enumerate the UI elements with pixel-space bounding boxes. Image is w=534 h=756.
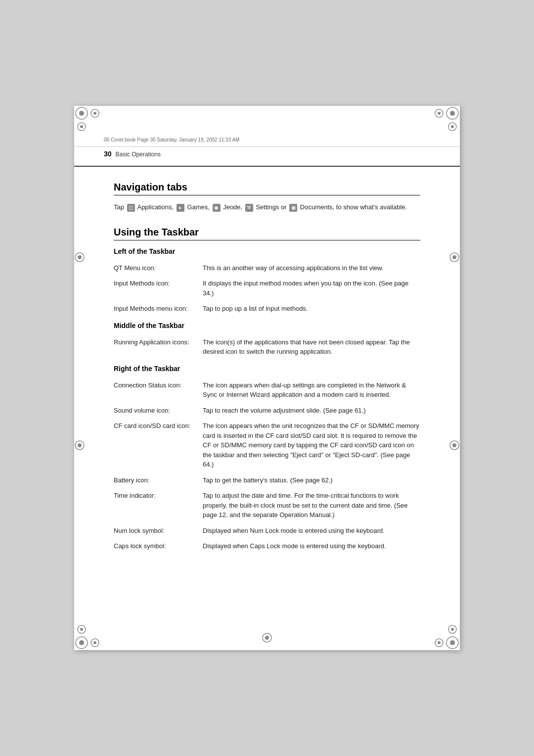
label-running-apps: Running Application icons:	[114, 334, 203, 360]
header-bar: 00 Cover.book Page 30 Saturday, January …	[74, 133, 460, 147]
side-marker-left-mid	[74, 440, 85, 453]
desc-time-indicator: Tap to adjust the date and time. For the…	[203, 488, 420, 523]
table-row: Sound volume icon: Tap to reach the volu…	[114, 403, 420, 419]
table-row: Battery icon: Tap to get the battery's s…	[114, 472, 420, 488]
svg-point-5	[80, 125, 83, 128]
svg-point-1	[79, 111, 84, 116]
label-num-lock: Num lock symbol:	[114, 523, 203, 539]
middle-taskbar-heading: Middle of the Taskbar	[114, 322, 420, 330]
label-sound-volume: Sound volume icon:	[114, 403, 203, 419]
label-input-methods: Input Methods icon:	[114, 276, 203, 301]
svg-point-31	[452, 443, 456, 447]
page-number: 30	[104, 150, 112, 158]
desc-input-methods-menu: Tap to pop up a list of input methods.	[203, 301, 420, 317]
label-caps-lock: Caps lock symbol:	[114, 538, 203, 554]
svg-point-13	[79, 640, 84, 645]
label-battery: Battery icon:	[114, 472, 203, 488]
settings-icon: ⚒	[245, 204, 253, 212]
table-row: Connection Status icon: The icon appears…	[114, 378, 420, 403]
jeode-icon: ◉	[213, 204, 221, 212]
label-input-methods-menu: Input Methods menu icon:	[114, 301, 203, 317]
desc-qt-menu: This is an another way of accessing appl…	[203, 260, 420, 276]
svg-point-7	[450, 111, 455, 116]
documents-icon: ▣	[289, 204, 297, 212]
svg-point-19	[450, 640, 455, 645]
desc-input-methods: It displays the input method modes when …	[203, 276, 420, 301]
desc-num-lock: Displayed when Num Lock mode is entered …	[203, 523, 420, 539]
navigation-tabs-title: Navigation tabs	[114, 182, 420, 195]
using-taskbar-section: Using the Taskbar Left of the Taskbar QT…	[114, 227, 420, 554]
page-section: Basic Operations	[116, 151, 161, 158]
label-time-indicator: Time indicator:	[114, 488, 203, 523]
left-taskbar-section: Left of the Taskbar QT Menu icon: This i…	[114, 247, 420, 317]
table-row: Num lock symbol: Displayed when Num Lock…	[114, 523, 420, 539]
corner-decoration-bl	[74, 620, 104, 650]
side-marker-right-mid	[449, 440, 460, 453]
table-row: Caps lock symbol: Displayed when Caps Lo…	[114, 538, 420, 554]
page: 00 Cover.book Page 30 Saturday, January …	[74, 106, 460, 650]
corner-decoration-tl	[74, 106, 104, 136]
desc-caps-lock: Displayed when Caps Lock mode is entered…	[203, 538, 420, 554]
desc-sound-volume: Tap to reach the volume adjustment slide…	[203, 403, 420, 419]
side-marker-left-top	[74, 252, 85, 265]
svg-point-17	[80, 628, 83, 631]
desc-battery: Tap to get the battery's status. (See pa…	[203, 472, 420, 488]
main-content: Navigation tabs Tap ◫ Applications, ▸ Ga…	[74, 167, 460, 589]
svg-point-23	[451, 628, 454, 631]
desc-running-apps: The icon(s) of the applications that hav…	[203, 334, 420, 360]
label-connection-status: Connection Status icon:	[114, 378, 203, 403]
page-number-line: 30 Basic Operations	[74, 147, 460, 167]
table-row: Time indicator: Tap to adjust the date a…	[114, 488, 420, 523]
middle-taskbar-table: Running Application icons: The icon(s) o…	[114, 334, 420, 360]
svg-point-27	[78, 443, 82, 447]
svg-point-25	[78, 255, 82, 259]
svg-point-9	[438, 112, 441, 115]
using-taskbar-title: Using the Taskbar	[114, 227, 420, 240]
svg-point-11	[451, 125, 454, 128]
bottom-center-marker	[262, 632, 272, 645]
right-taskbar-section: Right of the Taskbar Connection Status i…	[114, 365, 420, 554]
desc-connection-status: The icon appears when dial-up settings a…	[203, 378, 420, 403]
table-row: QT Menu icon: This is an another way of …	[114, 260, 420, 276]
navigation-tabs-description: Tap ◫ Applications, ▸ Games, ◉ Jeode, ⚒ …	[114, 202, 420, 213]
svg-point-21	[438, 641, 441, 644]
left-taskbar-heading: Left of the Taskbar	[114, 247, 420, 255]
applications-icon: ◫	[127, 204, 135, 212]
corner-decoration-br	[430, 620, 460, 650]
table-row: Input Methods menu icon: Tap to pop up a…	[114, 301, 420, 317]
games-icon: ▸	[177, 204, 184, 212]
table-row: Input Methods icon: It displays the inpu…	[114, 276, 420, 301]
svg-point-15	[93, 641, 96, 644]
corner-decoration-tr	[430, 106, 460, 136]
svg-point-29	[452, 255, 456, 259]
navigation-tabs-section: Navigation tabs Tap ◫ Applications, ▸ Ga…	[114, 182, 420, 213]
svg-point-3	[93, 112, 96, 115]
left-taskbar-table: QT Menu icon: This is an another way of …	[114, 260, 420, 317]
middle-taskbar-section: Middle of the Taskbar Running Applicatio…	[114, 322, 420, 360]
side-marker-right-top	[449, 252, 460, 265]
right-taskbar-table: Connection Status icon: The icon appears…	[114, 378, 420, 554]
right-taskbar-heading: Right of the Taskbar	[114, 365, 420, 373]
table-row: CF card icon/SD card icon: The icon appe…	[114, 418, 420, 472]
file-info: 00 Cover.book Page 30 Saturday, January …	[104, 137, 239, 142]
label-cf-card: CF card icon/SD card icon:	[114, 418, 203, 472]
label-qt-menu: QT Menu icon:	[114, 260, 203, 276]
svg-point-33	[265, 636, 269, 640]
table-row: Running Application icons: The icon(s) o…	[114, 334, 420, 360]
desc-cf-card: The icon appears when the unit recognize…	[203, 418, 420, 472]
